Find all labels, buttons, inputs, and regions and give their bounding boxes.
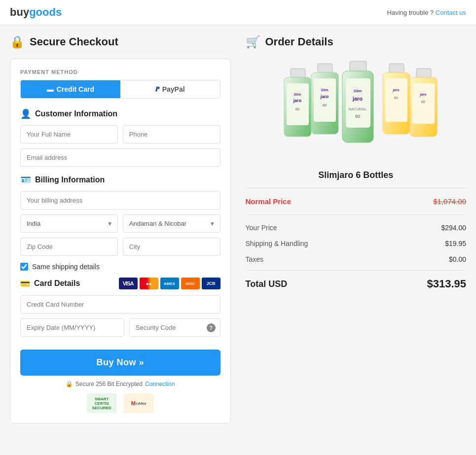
svg-rect-8 bbox=[314, 78, 336, 122]
buy-now-button[interactable]: Buy Now » bbox=[20, 350, 220, 376]
card-details-title: 💳 Card Details bbox=[20, 279, 80, 288]
taxes-label: Taxes bbox=[246, 255, 264, 263]
svg-rect-24 bbox=[416, 69, 431, 77]
email-input[interactable] bbox=[20, 148, 220, 167]
smartcertis-badge: SMARTCERTISSECURED bbox=[87, 393, 116, 413]
svg-text:jaro: jaro bbox=[293, 98, 302, 103]
amex-icon: AMEX bbox=[160, 278, 179, 289]
svg-rect-14 bbox=[346, 78, 370, 128]
paypal-tab[interactable]: 𝑷 PayPal bbox=[120, 80, 220, 98]
visa-icon: VISA bbox=[119, 278, 138, 289]
city-input[interactable] bbox=[123, 238, 220, 256]
same-shipping-checkbox[interactable] bbox=[20, 263, 28, 271]
security-code-wrapper: ? bbox=[129, 318, 220, 337]
product-bottles-svg: Slim jaro 60 Slim jaro 60 bbox=[267, 59, 444, 162]
svg-text:Slim: Slim bbox=[321, 88, 329, 92]
svg-text:60: 60 bbox=[355, 114, 360, 119]
customer-info-title: 👤 Customer Information bbox=[20, 108, 220, 119]
taxes-value: $0.00 bbox=[449, 255, 466, 263]
shipping-row: Shipping & Handling $19.95 bbox=[246, 236, 467, 251]
jcb-icon: JCB bbox=[202, 278, 220, 289]
your-price-label: Your Price bbox=[246, 224, 277, 232]
country-select[interactable]: India bbox=[20, 214, 118, 233]
svg-text:jaro: jaro bbox=[352, 96, 363, 102]
svg-text:Slim: Slim bbox=[294, 93, 301, 96]
svg-rect-19 bbox=[389, 64, 404, 72]
connection-link[interactable]: Connection bbox=[145, 381, 175, 387]
zip-input[interactable] bbox=[20, 238, 118, 256]
normal-price-label: Normal Price bbox=[246, 197, 292, 206]
payment-method-label: PAYMENT METHOD bbox=[20, 69, 220, 75]
svg-text:60: 60 bbox=[323, 104, 327, 107]
main-container: 🔒 Secure Checkout PAYMENT METHOD ▬ Credi… bbox=[0, 25, 476, 433]
country-select-wrapper: India ▼ bbox=[20, 214, 118, 233]
divider-1 bbox=[246, 188, 467, 188]
cart-icon: 🛒 bbox=[246, 35, 260, 49]
card-number-row bbox=[20, 295, 220, 314]
name-phone-row bbox=[20, 125, 220, 143]
credit-card-tab[interactable]: ▬ Credit Card bbox=[21, 80, 120, 98]
person-icon: 👤 bbox=[20, 108, 31, 119]
total-row: Total USD $313.95 bbox=[246, 270, 467, 294]
email-row bbox=[20, 148, 220, 167]
svg-rect-6 bbox=[318, 64, 332, 72]
mcafee-badge: M cAfee bbox=[124, 393, 153, 413]
logo: buygoods bbox=[10, 6, 62, 19]
expiry-security-row: ? bbox=[20, 318, 220, 337]
phone-input[interactable] bbox=[123, 125, 220, 143]
left-panel: 🔒 Secure Checkout PAYMENT METHOD ▬ Credi… bbox=[10, 35, 231, 423]
divider-2 bbox=[246, 214, 467, 215]
checkout-title: 🔒 Secure Checkout bbox=[10, 35, 231, 49]
taxes-row: Taxes $0.00 bbox=[246, 251, 467, 267]
checkout-card: PAYMENT METHOD ▬ Credit Card 𝑷 PayPal 👤 … bbox=[10, 59, 231, 423]
total-label: Total USD bbox=[246, 279, 288, 289]
payment-tabs: ▬ Credit Card 𝑷 PayPal bbox=[20, 80, 220, 99]
svg-text:Slim: Slim bbox=[354, 89, 362, 93]
svg-rect-12 bbox=[350, 61, 366, 71]
svg-text:60: 60 bbox=[394, 96, 398, 100]
full-name-input[interactable] bbox=[20, 125, 118, 143]
card-number-input[interactable] bbox=[20, 295, 220, 314]
expiry-input[interactable] bbox=[20, 318, 124, 337]
svg-text:jaro: jaro bbox=[320, 94, 329, 99]
same-shipping-row: Same shipping details bbox=[20, 263, 220, 271]
svg-text:jaro: jaro bbox=[420, 93, 427, 97]
right-panel: 🛒 Order Details Slim jaro 60 bbox=[246, 35, 467, 423]
svg-rect-0 bbox=[291, 69, 305, 77]
card-icon: 💳 bbox=[20, 279, 30, 288]
address-row bbox=[20, 191, 220, 210]
normal-price-value: $1,074.00 bbox=[433, 197, 466, 206]
help-text: Having trouble ? bbox=[387, 9, 434, 16]
credit-card-icon: ▬ bbox=[47, 85, 54, 93]
discover-icon: DISC bbox=[181, 278, 200, 289]
secure-connection: 🔒 Secure 256 Bit Encrypted Connection bbox=[20, 381, 220, 387]
state-select[interactable]: Andaman & Nicobar bbox=[123, 214, 220, 233]
zip-city-row bbox=[20, 238, 220, 256]
svg-text:60: 60 bbox=[295, 107, 299, 111]
svg-text:60: 60 bbox=[421, 100, 425, 104]
svg-rect-2 bbox=[287, 83, 309, 125]
contact-link[interactable]: Contact us bbox=[436, 9, 466, 16]
your-price-value: $294.00 bbox=[441, 224, 466, 232]
svg-rect-26 bbox=[412, 83, 435, 124]
billing-info-title: 🪪 Billing Information bbox=[20, 175, 220, 185]
product-name: Slimjaro 6 Bottles bbox=[246, 170, 467, 180]
card-icons: VISA ●● AMEX DISC JCB bbox=[119, 278, 220, 289]
header-help: Having trouble ? Contact us bbox=[387, 9, 466, 16]
security-help-icon[interactable]: ? bbox=[207, 323, 216, 332]
svg-rect-21 bbox=[385, 78, 407, 122]
trust-badges: SMARTCERTISSECURED M cAfee bbox=[20, 393, 220, 413]
billing-icon: 🪪 bbox=[20, 175, 31, 185]
mastercard-icon: ●● bbox=[140, 278, 158, 289]
same-shipping-label: Same shipping details bbox=[32, 263, 100, 271]
svg-text:jaro: jaro bbox=[393, 88, 400, 92]
shipping-label: Shipping & Handling bbox=[246, 240, 308, 247]
state-select-wrapper: Andaman & Nicobar ▼ bbox=[123, 214, 220, 233]
header: buygoods Having trouble ? Contact us bbox=[0, 0, 476, 25]
country-state-row: India ▼ Andaman & Nicobar ▼ bbox=[20, 214, 220, 233]
normal-price-row: Normal Price $1,074.00 bbox=[246, 193, 467, 210]
total-value: $313.95 bbox=[427, 278, 466, 290]
logo-text: buygoods bbox=[10, 6, 62, 18]
order-details-title: 🛒 Order Details bbox=[246, 35, 467, 49]
billing-address-input[interactable] bbox=[20, 191, 220, 210]
